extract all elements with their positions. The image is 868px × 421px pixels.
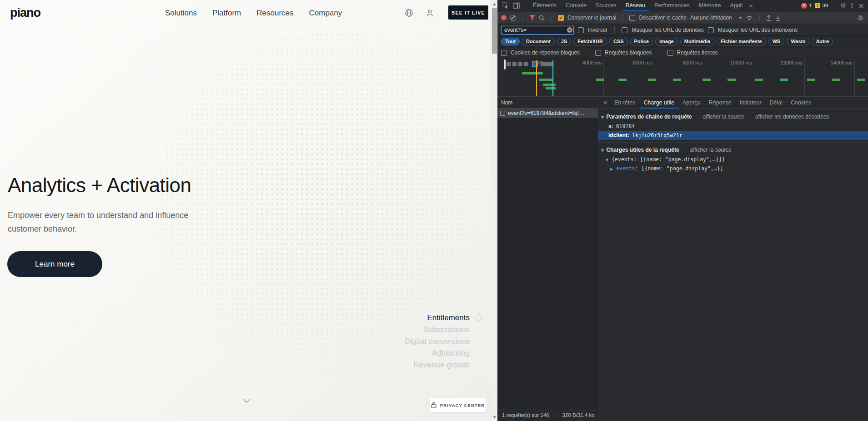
tab-performance[interactable]: Performances [650, 0, 694, 11]
tab-memory[interactable]: Mémoire [695, 0, 725, 11]
third-party-requests-checkbox[interactable] [667, 50, 673, 56]
hide-extension-urls-checkbox[interactable] [708, 27, 714, 33]
network-conditions-icon[interactable] [746, 15, 753, 21]
blocked-requests-checkbox[interactable] [595, 50, 601, 56]
network-filter-input[interactable] [501, 26, 574, 35]
page-scrollbar[interactable]: ▲ ▼ [491, 0, 497, 421]
nav-solutions[interactable]: Solutions [165, 9, 197, 18]
payload-view-source-link[interactable]: afficher la source [690, 147, 732, 153]
tab-initiator[interactable]: Initiateur [736, 97, 766, 109]
tab-console[interactable]: Console [562, 0, 591, 11]
timeline-grip[interactable] [504, 59, 506, 69]
collapse-triangle-icon[interactable]: ▼ [601, 115, 604, 119]
tab-sources[interactable]: Sources [592, 0, 621, 11]
feature-item-subscriptions[interactable]: Subscriptions [405, 324, 470, 336]
site-nav: Solutions Platform Resources Company [165, 0, 342, 26]
view-source-link[interactable]: afficher la source [703, 114, 744, 120]
nav-platform[interactable]: Platform [212, 9, 241, 18]
warning-badge[interactable]: ! 39 [815, 3, 828, 8]
tab-application[interactable]: Appli [726, 0, 747, 11]
network-overview-timeline[interactable]: 2000 ms 4000 ms 6000 ms 8000 ms 10000 ms… [497, 59, 868, 97]
device-toolbar-icon[interactable] [511, 1, 521, 10]
query-params-title: Paramètres de chaîne de requête [607, 114, 692, 120]
account-person-icon[interactable] [426, 9, 434, 17]
nav-resources[interactable]: Resources [256, 9, 293, 18]
chip-other[interactable]: Autre [812, 38, 833, 45]
invert-filter-checkbox[interactable] [578, 27, 584, 33]
selected-filmstrip-frame[interactable] [532, 61, 538, 67]
collapsed-triangle-icon[interactable]: ▶ [610, 167, 613, 171]
view-decoded-link[interactable]: afficher les données décodées [755, 114, 829, 120]
feature-item-digital-conversions[interactable]: Digital conversions [405, 336, 470, 347]
tab-preview[interactable]: Aperçu [678, 97, 705, 109]
privacy-center-button[interactable]: PRIVACY CENTER [430, 398, 486, 412]
import-har-icon[interactable] [766, 15, 772, 21]
tab-payload[interactable]: Charge utile [640, 97, 678, 109]
feature-item-entitlements[interactable]: Entitlements [405, 312, 470, 324]
tab-elements[interactable]: Éléments [529, 0, 561, 11]
preserve-log-checkbox[interactable]: ✓ [558, 15, 564, 21]
feature-item-revenue-growth[interactable]: Revenue growth [405, 359, 470, 371]
blocked-response-cookies-checkbox[interactable] [501, 50, 507, 56]
close-detail-icon[interactable]: × [600, 99, 610, 106]
chip-document[interactable]: Document [522, 38, 555, 45]
chip-ws[interactable]: WS [768, 38, 785, 45]
chip-wasm[interactable]: Wasm [787, 38, 809, 45]
piano-logo[interactable]: piano [10, 6, 40, 20]
record-network-log-icon[interactable] [501, 15, 507, 20]
scrollbar-thumb[interactable] [492, 8, 497, 54]
chip-manifest[interactable]: Fichier manifeste [717, 38, 766, 45]
clear-filter-icon[interactable]: ✕ [567, 27, 572, 33]
scroll-chevron-icon[interactable] [243, 399, 250, 403]
payload-root-line[interactable]: ▼ {events: [{name: "page.display",…}]} [598, 155, 868, 164]
param-row-s[interactable]: s: 619784 [598, 122, 868, 131]
tab-timing[interactable]: Délai [766, 97, 787, 109]
chip-js[interactable]: JS [557, 38, 571, 45]
request-table-header[interactable]: Nom [497, 97, 598, 108]
request-row[interactable]: event?s=619784&idclient=lkjf… [497, 108, 598, 118]
chip-image[interactable]: Image [655, 38, 678, 45]
search-icon[interactable] [539, 15, 545, 21]
blocked-filters-row: Cookies de réponse bloqués Requêtes bloq… [497, 48, 868, 58]
tab-cookies[interactable]: Cookies [787, 97, 815, 109]
tab-headers[interactable]: En-têtes [610, 97, 640, 109]
more-tabs-icon[interactable]: » [748, 2, 754, 9]
chip-all[interactable]: Tout [501, 38, 520, 45]
throttling-dropdown[interactable]: Aucune limitation [690, 15, 742, 21]
inspect-element-icon[interactable] [500, 1, 510, 10]
kebab-menu-icon[interactable]: ⋮ [849, 2, 855, 9]
export-har-icon[interactable] [775, 15, 781, 21]
tab-network[interactable]: Réseau [622, 0, 649, 11]
language-globe-icon[interactable] [405, 9, 413, 17]
hero-title: Analytics + Activation [8, 174, 191, 197]
screen: piano Solutions Platform Resources Compa… [0, 0, 868, 421]
settings-gear-icon[interactable]: ⚙ [840, 2, 846, 9]
preserve-log-label: Conserver le journal [567, 15, 616, 21]
chip-font[interactable]: Police [630, 38, 653, 45]
param-row-idclient[interactable]: idclient: 1kjfu26r5tq5w21r [598, 131, 868, 140]
chevron-down-icon [738, 17, 742, 19]
scrollbar-down-icon[interactable]: ▼ [491, 414, 498, 421]
error-badge[interactable]: ✕ 1 [801, 3, 812, 9]
expand-triangle-icon[interactable]: ▼ [606, 158, 608, 162]
learn-more-button[interactable]: Learn more [7, 251, 102, 277]
nav-company[interactable]: Company [309, 9, 342, 18]
request-row-checkbox[interactable] [500, 111, 505, 116]
feature-item-adblocking[interactable]: Adblocking [405, 347, 470, 359]
chip-media[interactable]: Multimédia [680, 38, 714, 45]
devtools-panel: Éléments Console Sources Réseau Performa… [497, 0, 868, 421]
hide-data-urls-checkbox[interactable] [622, 27, 627, 33]
scrollbar-up-icon[interactable]: ▲ [491, 0, 498, 7]
payload-events-line[interactable]: ▶ events: [{name: "page.display",…}] [598, 164, 868, 173]
clear-network-log-icon[interactable] [510, 15, 516, 21]
see-it-live-button[interactable]: SEE IT LIVE [448, 5, 488, 20]
filter-funnel-icon[interactable] [529, 15, 535, 20]
network-toolbar: ✓ Conserver le journal Désactiver le cac… [497, 12, 868, 24]
close-devtools-icon[interactable]: × [858, 1, 864, 10]
tab-response[interactable]: Réponse [705, 97, 736, 109]
disable-cache-checkbox[interactable] [629, 15, 635, 21]
chip-fetch-xhr[interactable]: Fetch/XHR [573, 38, 607, 45]
chip-css[interactable]: CSS [609, 38, 628, 45]
collapse-triangle-icon[interactable]: ▼ [601, 149, 604, 153]
network-settings-gear-icon[interactable]: ⚙ [858, 14, 868, 21]
